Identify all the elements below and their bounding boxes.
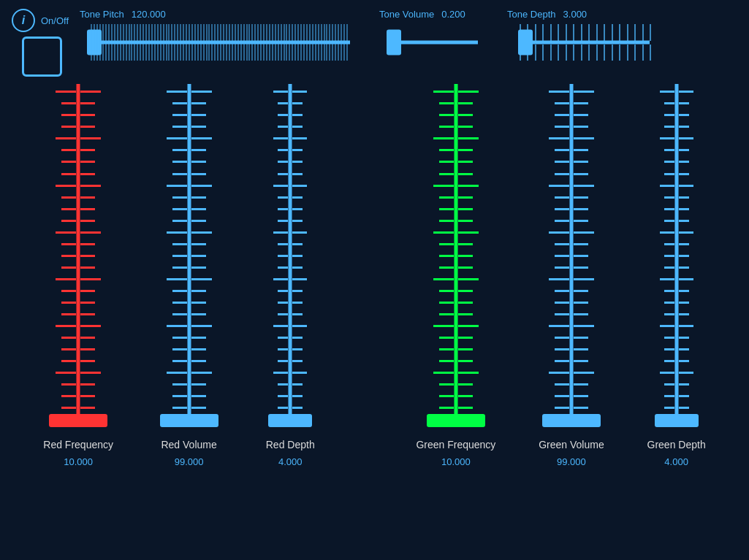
v-tick: [664, 360, 674, 362]
pitch-tick: [186, 24, 187, 61]
v-tick: [574, 161, 588, 163]
tone-volume-slider[interactable]: [379, 24, 489, 61]
v-tick: [458, 255, 473, 257]
v-tick: [574, 348, 588, 350]
v-tick: [574, 208, 588, 210]
v-tick: [679, 360, 689, 362]
v-tick: [61, 266, 76, 269]
v-tick: [555, 208, 569, 210]
v-tick: [574, 302, 588, 304]
pitch-tick: [254, 24, 256, 61]
v-tick: [172, 407, 187, 409]
v-tick: [555, 348, 569, 350]
v-tick: [172, 196, 187, 199]
v-tick: [555, 290, 569, 292]
pitch-tick: [197, 24, 199, 61]
v-tick: [61, 407, 76, 409]
v-tick: [664, 149, 674, 151]
v-tick: [191, 278, 212, 280]
pitch-tick: [248, 24, 250, 61]
green-volume-label: Green Volume: [539, 439, 604, 450]
v-tick: [555, 243, 569, 245]
v-tick: [191, 407, 206, 409]
v-tick: [292, 337, 303, 339]
v-tick: [679, 220, 689, 222]
depth-tick-top: [581, 24, 582, 41]
depth-tick-bottom: [542, 45, 544, 61]
red-vol-center-line: [187, 84, 191, 427]
v-tick: [56, 91, 76, 93]
tone-pitch-slider[interactable]: (function() { const container = document…: [80, 24, 361, 61]
v-tick: [555, 114, 569, 116]
v-tick: [574, 126, 588, 128]
tone-depth-control: Tone Depth 3.000 (function() { const con…: [507, 9, 661, 61]
v-tick: [660, 91, 674, 93]
v-tick: [292, 383, 303, 386]
v-tick: [555, 407, 569, 409]
pitch-tick: [223, 24, 224, 61]
v-tick: [458, 302, 473, 304]
v-tick: [439, 290, 454, 292]
v-tick: [172, 383, 187, 386]
v-tick: [458, 91, 479, 93]
v-tick: [80, 137, 101, 139]
v-tick: [61, 348, 76, 350]
red-depth-slider[interactable]: (function() { const container = document…: [265, 84, 316, 427]
pitch-tick: [246, 24, 248, 61]
v-tick: [292, 325, 307, 327]
pitch-tick: [217, 24, 218, 61]
v-tick: [549, 137, 569, 139]
tone-pitch-value: 120.000: [132, 9, 166, 20]
pitch-tick: [114, 24, 115, 61]
red-frequency-slider[interactable]: (function() { const container = document…: [45, 84, 111, 427]
red-volume-column: (function() { const container = document…: [156, 84, 222, 467]
depth-tick-top: [573, 24, 574, 41]
v-tick: [458, 102, 473, 104]
tone-depth-slider[interactable]: (function() { const container = document…: [507, 24, 661, 61]
pitch-tick: [117, 24, 118, 61]
red-volume-slider[interactable]: (function() { const container = document…: [156, 84, 222, 427]
v-tick: [167, 185, 187, 187]
pitch-tick: [243, 24, 245, 61]
v-tick: [439, 348, 454, 350]
v-tick: [191, 91, 212, 93]
pitch-tick: [266, 24, 267, 61]
v-tick: [191, 395, 206, 397]
v-tick: [549, 325, 569, 327]
v-tick: [458, 278, 479, 280]
green-volume-slider[interactable]: (function() { const container = document…: [539, 84, 604, 427]
v-tick: [549, 278, 569, 280]
v-tick: [664, 313, 674, 315]
red-depth-value: 4.000: [278, 456, 303, 467]
v-tick: [61, 313, 76, 315]
v-tick: [167, 372, 187, 374]
onoff-button[interactable]: [22, 37, 62, 77]
v-tick: [172, 149, 187, 151]
green-depth-slider[interactable]: (function() { const container = document…: [651, 84, 702, 427]
v-tick: [292, 407, 303, 409]
v-tick: [61, 173, 76, 175]
v-tick: [191, 325, 212, 327]
v-tick: [292, 360, 303, 362]
v-tick: [458, 126, 473, 128]
v-tick: [555, 383, 569, 386]
green-frequency-slider[interactable]: (function() { const container = document…: [423, 84, 489, 427]
v-tick: [273, 185, 288, 187]
v-tick: [292, 161, 303, 163]
pitch-tick: [335, 24, 336, 61]
depth-tick-top: [566, 24, 567, 41]
pitch-tick: [148, 24, 150, 61]
red-volume-value: 99.000: [175, 456, 204, 467]
tone-volume-label: Tone Volume: [379, 9, 434, 20]
depth-tick-bottom: [596, 45, 598, 61]
depth-tick-top: [604, 24, 605, 41]
v-tick: [660, 325, 674, 327]
v-tick: [278, 149, 288, 151]
info-icon[interactable]: i: [12, 9, 35, 32]
v-tick: [292, 266, 303, 269]
pitch-tick: [332, 24, 333, 61]
v-tick: [61, 290, 76, 292]
v-tick: [679, 407, 689, 409]
v-tick: [292, 290, 303, 292]
pitch-tick: [235, 24, 236, 61]
